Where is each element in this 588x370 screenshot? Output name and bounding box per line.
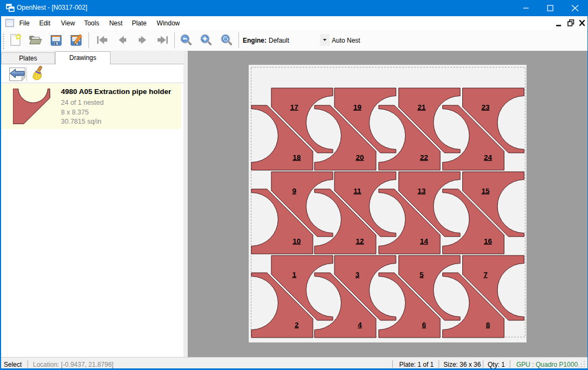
- svg-text:12: 12: [355, 237, 364, 245]
- svg-text:23: 23: [481, 103, 490, 111]
- svg-text:18: 18: [292, 153, 301, 162]
- svg-text:4: 4: [358, 321, 362, 329]
- svg-text:19: 19: [353, 103, 361, 111]
- svg-text:7: 7: [483, 271, 488, 279]
- svg-text:10: 10: [292, 237, 300, 245]
- svg-text:5: 5: [420, 271, 424, 279]
- svg-text:17: 17: [290, 103, 298, 111]
- svg-text:22: 22: [420, 153, 428, 162]
- svg-text:13: 13: [418, 187, 426, 195]
- svg-text:2: 2: [295, 321, 299, 329]
- svg-text:8: 8: [486, 321, 490, 329]
- svg-text:15: 15: [481, 187, 490, 195]
- svg-text:16: 16: [484, 237, 493, 245]
- svg-text:3: 3: [355, 271, 360, 279]
- svg-text:14: 14: [420, 237, 428, 245]
- svg-text:21: 21: [418, 103, 426, 111]
- svg-text:20: 20: [355, 153, 364, 162]
- svg-text:1: 1: [292, 271, 297, 279]
- svg-text:11: 11: [353, 187, 361, 195]
- svg-text:24: 24: [484, 153, 493, 162]
- svg-text:9: 9: [292, 187, 297, 195]
- svg-text:6: 6: [422, 321, 426, 329]
